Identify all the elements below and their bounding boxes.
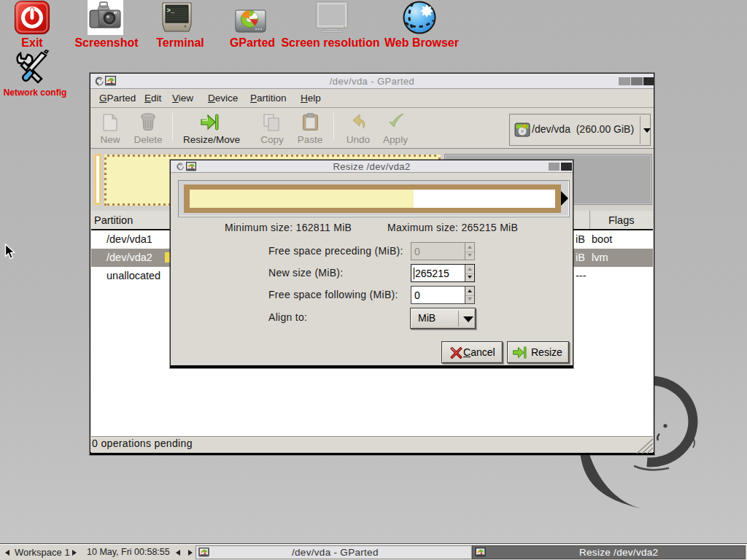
svg-text:>_: >_ <box>167 7 175 15</box>
